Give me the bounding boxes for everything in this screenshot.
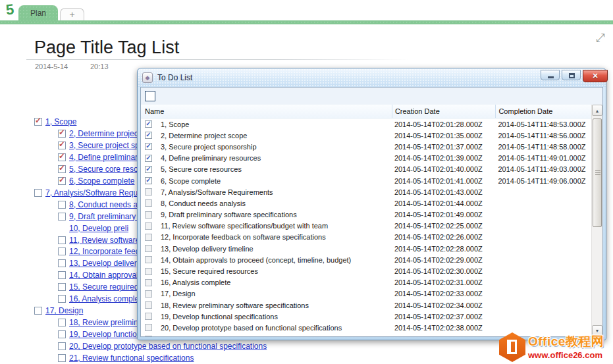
table-row[interactable]: 1, Scope 2014-05-14T02:01:28.000Z 2014-0…	[141, 118, 591, 130]
row-creation-date: 2014-05-14T02:02:26.000Z	[392, 233, 496, 241]
watermark: Office教程网 www.office26.com	[499, 332, 604, 362]
todo-checkbox[interactable]	[34, 189, 42, 197]
minimize-button[interactable]	[541, 70, 560, 80]
table-row[interactable]: 7, Analysis/Software Requirements 2014-0…	[141, 186, 591, 197]
todo-link[interactable]: 17, Design	[45, 306, 83, 315]
row-creation-date: 2014-05-14T02:02:33.000Z	[392, 290, 496, 298]
row-name: 12, Incorporate feedback on software spe…	[161, 233, 326, 241]
tab-plan[interactable]: Plan	[18, 5, 58, 21]
row-creation-date: 2014-05-14T02:02:30.000Z	[392, 267, 496, 275]
todo-checkbox[interactable]	[58, 354, 66, 362]
row-checkbox[interactable]	[145, 222, 152, 230]
todo-checkbox[interactable]	[58, 236, 66, 244]
todo-link[interactable]: 10, Develop preli	[69, 224, 128, 233]
table-row[interactable]: 4, Define preliminary resources 2014-05-…	[141, 153, 591, 164]
row-creation-date: 2014-05-14T02:02:39.000Z	[392, 335, 496, 336]
row-checkbox[interactable]	[145, 143, 152, 150]
row-name: 1, Scope	[161, 120, 189, 128]
todo-checkbox[interactable]	[58, 342, 66, 350]
todo-link[interactable]: 20, Develop prototype based on functiona…	[69, 342, 267, 351]
table-row[interactable]: 12, Incorporate feedback on software spe…	[141, 232, 591, 243]
row-checkbox[interactable]	[145, 279, 152, 286]
row-name: 3, Secure project sponsorship	[161, 143, 257, 151]
todo-checkbox[interactable]	[34, 307, 42, 315]
todo-checkbox[interactable]	[34, 118, 42, 126]
vertical-scrollbar[interactable]: ▲ ▼	[591, 105, 602, 336]
screen: 5 Plan + Page Title Tag List 2014-5-14 2…	[0, 0, 613, 364]
todo-link[interactable]: 1, Scope	[45, 117, 76, 126]
row-checkbox[interactable]	[145, 166, 152, 173]
table-row[interactable]: 16, Analysis complete 2014-05-14T02:02:3…	[141, 277, 591, 288]
todo-table: Name Creation Date Completion Date 1, Sc…	[141, 105, 602, 336]
table-row[interactable]: 13, Develop delivery timeline 2014-05-14…	[141, 243, 591, 254]
table-row[interactable]: 14, Obtain approvals to proceed (concept…	[141, 254, 591, 265]
scrollbar-thumb[interactable]	[593, 118, 602, 227]
row-checkbox[interactable]	[145, 120, 152, 128]
row-checkbox[interactable]	[145, 256, 152, 263]
todo-checkbox[interactable]	[58, 213, 66, 221]
table-row[interactable]: 6, Scope complete 2014-05-14T02:01:41.00…	[141, 175, 591, 186]
table-row[interactable]: 20, Develop prototype based on functiona…	[141, 322, 591, 333]
watermark-url: www.office26.com	[528, 350, 604, 360]
table-row[interactable]: 19, Develop functional specifications 20…	[141, 311, 591, 322]
todo-link[interactable]: 16, Analysis complete	[69, 294, 146, 303]
todo-list-item: 20, Develop prototype based on functiona…	[58, 341, 267, 351]
table-row[interactable]: 5, Secure core resources 2014-05-14T02:0…	[141, 164, 591, 175]
row-checkbox[interactable]	[145, 177, 152, 184]
todo-checkbox[interactable]	[58, 247, 66, 255]
todo-checkbox[interactable]	[58, 283, 66, 291]
office-door-icon	[507, 340, 517, 354]
dialog-title: To Do List	[157, 73, 192, 82]
scroll-up-icon[interactable]: ▲	[592, 105, 602, 116]
select-all-checkbox[interactable]	[145, 91, 155, 101]
todo-checkbox[interactable]	[58, 201, 66, 209]
todo-link[interactable]: 21, Review functional specifications	[69, 353, 194, 363]
table-row[interactable]: 3, Secure project sponsorship 2014-05-14…	[141, 141, 591, 152]
row-checkbox[interactable]	[145, 245, 152, 252]
table-row[interactable]: 8, Conduct needs analysis 2014-05-14T02:…	[141, 197, 591, 209]
row-checkbox[interactable]	[145, 313, 152, 320]
column-header-creation-date[interactable]: Creation Date	[392, 105, 496, 118]
todo-checkbox[interactable]	[58, 142, 66, 149]
todo-checkbox[interactable]	[58, 330, 66, 338]
row-checkbox[interactable]	[145, 234, 152, 241]
column-header-completion-date[interactable]: Completion Date	[495, 105, 591, 118]
row-checkbox[interactable]	[145, 132, 152, 139]
row-checkbox[interactable]	[145, 155, 152, 162]
todo-checkbox[interactable]	[58, 271, 66, 279]
expand-icon[interactable]: ⤢	[596, 32, 605, 45]
new-tab-button[interactable]: +	[60, 8, 84, 21]
row-checkbox[interactable]	[145, 211, 152, 219]
todo-checkbox[interactable]	[58, 130, 66, 138]
todo-checkbox[interactable]	[58, 165, 66, 173]
row-checkbox[interactable]	[145, 290, 152, 298]
row-checkbox[interactable]	[145, 336, 152, 336]
todo-checkbox[interactable]	[58, 153, 66, 161]
todo-list-item: 16, Analysis complete	[58, 294, 146, 304]
row-completion-date: 2014-05-14T11:48:58.000Z	[495, 143, 591, 151]
column-header-name[interactable]: Name	[141, 105, 392, 118]
row-checkbox[interactable]	[145, 301, 152, 309]
todo-checkbox[interactable]	[58, 177, 66, 185]
todo-list-item: 17, Design	[34, 305, 83, 316]
maximize-button[interactable]	[562, 70, 581, 80]
todo-list-item: 10, Develop preli	[69, 223, 128, 234]
table-row[interactable]: 11, Review software specifications/budge…	[141, 221, 591, 232]
todo-link[interactable]: 6, Scope complete	[69, 176, 134, 186]
row-name: 20, Develop prototype based on functiona…	[161, 324, 342, 332]
row-checkbox[interactable]	[145, 324, 152, 331]
table-row[interactable]: 2, Determine project scope 2014-05-14T02…	[141, 130, 591, 141]
todo-checkbox[interactable]	[58, 295, 66, 303]
close-button[interactable]: ✕	[583, 70, 608, 82]
table-row[interactable]: 15, Secure required resources 2014-05-14…	[141, 265, 591, 276]
todo-checkbox[interactable]	[58, 259, 66, 267]
row-completion-date: 2014-05-14T11:48:56.000Z	[495, 132, 591, 140]
row-checkbox[interactable]	[145, 188, 152, 195]
table-row[interactable]: 9, Draft preliminary software specificat…	[141, 209, 591, 221]
row-checkbox[interactable]	[145, 268, 152, 275]
dialog-titlebar[interactable]: ◆ To Do List ✕	[138, 68, 606, 87]
todo-checkbox[interactable]	[58, 319, 66, 326]
table-row[interactable]: 17, Design 2014-05-14T02:02:33.000Z	[141, 288, 591, 299]
row-checkbox[interactable]	[145, 199, 152, 207]
table-row[interactable]: 18, Review preliminary software specific…	[141, 299, 591, 311]
